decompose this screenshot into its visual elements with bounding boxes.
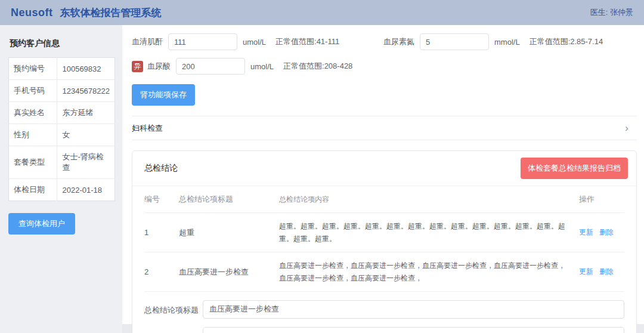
blood-uric-acid-field: 异 血尿酸 umol/L 正常值范围:208-428 <box>132 58 352 75</box>
doctor-name: 医生: 张仲景 <box>590 7 633 18</box>
row-content: 超重。超重。超重。超重。超重。超重。超重。超重。超重。超重。超重。超重。超重。超… <box>279 220 579 245</box>
overall-conclusion-card: 总检结论 体检套餐总检结果报告归档 编号 总检结论项标题 总检结论项内容 操作 … <box>132 150 637 333</box>
info-label: 套餐类型 <box>9 146 57 179</box>
kidney-form-row-2: 异 血尿酸 umol/L 正常值范围:208-428 <box>132 58 637 75</box>
field-label: 血尿素氮 <box>383 36 414 47</box>
table-row: 1 超重 超重。超重。超重。超重。超重。超重。超重。超重。超重。超重。超重。超重… <box>144 213 624 252</box>
conclusion-table-header: 编号 总检结论项标题 总检结论项内容 操作 <box>144 186 624 213</box>
info-label: 真实姓名 <box>9 102 57 124</box>
info-value: 女 <box>57 124 115 146</box>
normal-range-label: 正常值范围:2.85-7.14 <box>530 36 603 47</box>
app-header: Neusoft 东软体检报告管理系统 医生: 张仲景 <box>0 0 644 25</box>
chevron-right-icon: › <box>625 123 628 133</box>
info-row-real-name: 真实姓名 东方延绪 <box>9 102 115 124</box>
field-unit: mmol/L <box>494 38 520 47</box>
info-row-phone: 手机号码 12345678222 <box>9 80 115 102</box>
delete-link[interactable]: 删除 <box>599 227 614 238</box>
row-no: 2 <box>144 267 179 276</box>
info-value: 东方延绪 <box>57 102 115 124</box>
row-no: 1 <box>144 228 179 237</box>
info-label: 性别 <box>9 124 57 146</box>
appointment-info-table: 预约编号 100569832 手机号码 12345678222 真实姓名 东方延… <box>8 57 115 201</box>
info-value: 100569832 <box>57 58 115 80</box>
info-row-gender: 性别 女 <box>9 124 115 146</box>
info-value: 2022-01-18 <box>57 179 115 201</box>
conclusion-title-form-row: 总检结论项标题 <box>144 300 624 319</box>
field-unit: umol/L <box>243 38 266 47</box>
app-title: 东软体检报告管理系统 <box>60 6 162 20</box>
brand-logo: Neusoft <box>11 7 53 19</box>
info-label: 预约编号 <box>9 58 57 80</box>
info-row-appointment-no: 预约编号 100569832 <box>9 58 115 80</box>
abnormal-badge-icon: 异 <box>132 61 143 72</box>
blood-urea-nitrogen-input[interactable] <box>420 33 489 50</box>
field-label: 血清肌酐 <box>132 36 163 47</box>
field-unit: umol/L <box>250 62 274 71</box>
sidebar-title: 预约客户信息 <box>10 38 115 49</box>
conclusion-item-title-label: 总检结论项标题 <box>144 300 203 316</box>
appointment-info-sidebar: 预约客户信息 预约编号 100569832 手机号码 12345678222 真… <box>0 25 122 333</box>
conclusion-item-content-label: 总检结论项内容 <box>144 327 203 333</box>
row-content: 血压高要进一步检查，血压高要进一步检查，血压高要进一步检查，血压高要进一步检查，… <box>279 260 579 284</box>
kidney-function-save-button[interactable]: 肾功能项保存 <box>132 84 195 106</box>
conclusion-title: 总检结论 <box>144 163 178 174</box>
info-value: 女士-肾病检查 <box>57 146 115 179</box>
serum-creatinine-input[interactable] <box>168 33 237 50</box>
info-row-exam-date: 体检日期 2022-01-18 <box>9 179 115 201</box>
serum-creatinine-field: 血清肌酐 umol/L 正常值范围:41-111 <box>132 33 383 50</box>
update-link[interactable]: 更新 <box>579 227 593 238</box>
blood-urea-nitrogen-field: 血尿素氮 mmol/L 正常值范围:2.85-7.14 <box>383 33 603 50</box>
normal-range-label: 正常值范围:41-111 <box>275 36 339 47</box>
conclusion-item-title-input[interactable] <box>203 300 624 319</box>
normal-range-label: 正常值范围:208-428 <box>283 61 352 72</box>
info-row-package-type: 套餐类型 女士-肾病检查 <box>9 146 115 179</box>
blood-uric-acid-input[interactable] <box>176 58 245 75</box>
info-value: 12345678222 <box>57 80 115 102</box>
conclusion-card-header: 总检结论 体检套餐总检结果报告归档 <box>132 151 636 186</box>
query-exam-user-button[interactable]: 查询体检用户 <box>8 213 75 235</box>
info-label: 体检日期 <box>9 179 57 201</box>
header-item-title: 总检结论项标题 <box>179 194 279 205</box>
conclusion-content-form-row: 总检结论项内容 血压高要进一步检查，血压高要进一步检查，血压高要进一步检查，血压… <box>144 327 624 333</box>
update-link[interactable]: 更新 <box>579 267 593 277</box>
row-title: 血压高要进一步检查 <box>179 267 279 278</box>
conclusion-table: 编号 总检结论项标题 总检结论项内容 操作 1 超重 超重。超重。超重。超重。超… <box>144 186 624 292</box>
delete-link[interactable]: 删除 <box>599 267 614 277</box>
gynecology-exam-title: 妇科检查 <box>132 123 163 134</box>
header-no: 编号 <box>144 194 179 205</box>
row-title: 超重 <box>179 227 279 238</box>
conclusion-item-content-textarea[interactable]: 血压高要进一步检查，血压高要进一步检查，血压高要进一步检查，血压高要进一步检查，… <box>203 327 624 333</box>
info-label: 手机号码 <box>9 80 57 102</box>
header-actions: 操作 <box>579 194 624 205</box>
field-label: 血尿酸 <box>147 61 171 72</box>
header-item-content: 总检结论项内容 <box>279 193 579 205</box>
gynecology-exam-collapse[interactable]: 妇科检查 › <box>132 116 637 140</box>
main-content: 血清肌酐 umol/L 正常值范围:41-111 血尿素氮 mmol/L 正常值… <box>122 25 644 333</box>
table-row: 2 血压高要进一步检查 血压高要进一步检查，血压高要进一步检查，血压高要进一步检… <box>144 252 624 292</box>
kidney-form-row-1: 血清肌酐 umol/L 正常值范围:41-111 血尿素氮 mmol/L 正常值… <box>132 33 637 50</box>
archive-report-button[interactable]: 体检套餐总检结果报告归档 <box>521 158 628 179</box>
brand-title: Neusoft 东软体检报告管理系统 <box>11 6 162 20</box>
